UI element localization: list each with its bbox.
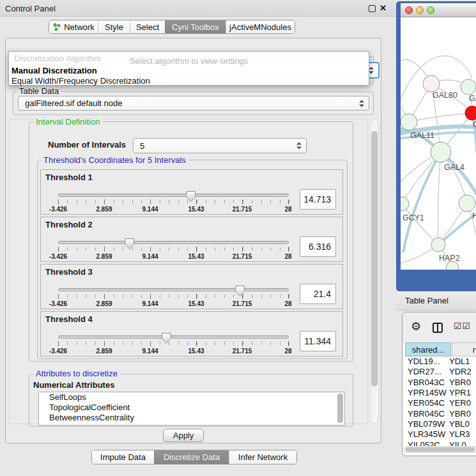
table-row[interactable]: YPR145WYPR1 (403, 388, 476, 398)
slider-tick-label: 15.43 (188, 348, 204, 355)
column-header-shared[interactable]: shared... (405, 342, 451, 357)
list-item[interactable]: BetweennessCentrality (39, 413, 344, 423)
network-node[interactable] (459, 195, 475, 211)
number-of-intervals-label: Number of Intervals (48, 140, 126, 150)
tab-select[interactable]: Select (130, 20, 165, 33)
slider-track[interactable] (58, 194, 289, 197)
network-node[interactable] (431, 142, 451, 162)
threshold-1-label: Threshold 1 (45, 173, 93, 182)
cell: YDL19... (408, 357, 440, 367)
interval-definition-title: Interval Definition (33, 118, 102, 127)
scrollbar-thumb[interactable] (406, 447, 475, 452)
option-manual-discretization[interactable]: Manual Discretization (12, 66, 97, 75)
threshold-3-panel: Threshold 3 -3.4262.8599.14415.4321.7152… (40, 264, 343, 309)
network-canvas[interactable]: GAL80 GA C GAL11 GAL4 GCY1 H HAP2 (401, 17, 476, 270)
network-node[interactable] (461, 79, 476, 95)
tab-cyni-toolbox[interactable]: Cyni Toolbox (165, 20, 226, 33)
table-panel-box: ⚙ ☑☑ shared... na YDL19...YDL1 YDR27...Y… (402, 312, 476, 456)
cell: YDL1 (449, 357, 470, 367)
slider-tick-label: 9.144 (142, 300, 158, 307)
cell: YLR3 (449, 429, 470, 440)
threshold-1-slider[interactable]: -3.4262.8599.14415.4321.71528 (58, 190, 289, 215)
table-panel-title: Table Panel (405, 291, 449, 311)
option-equal-width-frequency[interactable]: Equal Width/Frequency Discretization (12, 76, 150, 86)
thresholds-group-title: Threshold's Coordinates for 5 Intervals (41, 156, 188, 165)
slider-tick-label: -3.426 (49, 253, 67, 260)
combo-arrows-icon (296, 142, 302, 150)
table-panel-titlebar: Table Panel (396, 291, 476, 311)
gear-icon[interactable]: ⚙ (411, 319, 421, 334)
table-data-value: galFiltered.sif default node (25, 98, 122, 108)
algorithm-placeholder: Select algorithm to view settings (9, 56, 369, 66)
slider-tick-label: 21.715 (233, 206, 252, 213)
tab-impute-data[interactable]: Impute Data (92, 450, 154, 464)
table-row[interactable]: YBL079WYBL0 (403, 419, 476, 429)
slider-tick-label: 21.715 (233, 253, 252, 260)
threshold-3-label: Threshold 3 (45, 267, 93, 277)
tab-style[interactable]: Style (98, 20, 130, 33)
attributes-list[interactable]: SelfLoops TopologicalCoefficient Between… (38, 392, 345, 426)
table-data-combobox[interactable]: galFiltered.sif default node (18, 96, 369, 111)
network-window-titlebar (401, 3, 476, 17)
table-row[interactable]: YBR043CYBR0 (403, 378, 476, 388)
threshold-2-label: Threshold 2 (45, 220, 93, 229)
network-node-selected[interactable] (465, 106, 476, 120)
network-node[interactable] (431, 238, 445, 252)
threshold-1-value-field[interactable]: 14.713 (300, 189, 336, 210)
network-node-label: C (473, 120, 476, 129)
horizontal-scrollbar[interactable] (404, 446, 476, 453)
table-row[interactable]: YLR345WYLR3 (403, 429, 476, 440)
combo-arrows-icon (359, 99, 364, 107)
cell: YBR0 (449, 409, 471, 419)
slider-track[interactable] (58, 241, 289, 244)
scrollbar-thumb[interactable] (371, 131, 378, 387)
table-row[interactable]: YER054CYER0 (403, 398, 476, 408)
list-item[interactable]: SelfLoops (39, 392, 344, 403)
column-header-name[interactable]: na (452, 342, 476, 357)
slider-track[interactable] (58, 335, 289, 339)
tab-jactivemnodules[interactable]: jActiveMNodules (226, 20, 295, 33)
network-graph: GAL80 GA C GAL11 GAL4 GCY1 H HAP2 (401, 17, 476, 270)
threshold-4-value-field[interactable]: 11.344 (300, 331, 336, 351)
threshold-2-panel: Threshold 2 -3.4262.8599.14415.4321.7152… (40, 217, 343, 262)
threshold-2-value-field[interactable]: 6.316 (300, 236, 336, 257)
threshold-4-slider[interactable]: -3.4262.8599.14415.4321.71528 (58, 332, 289, 357)
cell: YPR145W (408, 388, 447, 398)
slider-major-ticks (58, 199, 289, 204)
network-node[interactable] (401, 197, 409, 211)
threshold-2-slider[interactable]: -3.4262.8599.14415.4321.71528 (58, 238, 289, 262)
slider-track[interactable] (58, 288, 289, 291)
tab-network[interactable]: Network (49, 20, 98, 33)
apply-button[interactable]: Apply (163, 429, 204, 442)
network-view-window[interactable]: GAL80 GA C GAL11 GAL4 GCY1 H HAP2 (396, 1, 476, 291)
number-of-intervals-combobox[interactable]: 5 (133, 138, 307, 153)
tab-infer-network[interactable]: Infer Network (229, 450, 296, 464)
columns-icon[interactable] (433, 323, 443, 333)
checkbox-icons[interactable]: ☑☑ (454, 321, 471, 331)
tab-discretize-data[interactable]: Discretize Data (154, 450, 229, 464)
zoom-traffic-light-icon[interactable] (427, 6, 434, 14)
table-data-label: Table Data (17, 87, 61, 96)
table-row[interactable]: YDR27...YDR2 (403, 367, 476, 377)
float-window-icon[interactable] (369, 5, 376, 12)
minimize-traffic-light-icon[interactable] (416, 6, 424, 14)
network-node[interactable] (423, 75, 440, 92)
threshold-3-value-field[interactable]: 21.4 (300, 284, 336, 304)
slider-tick-label: 9.144 (142, 253, 158, 260)
close-traffic-light-icon[interactable] (405, 6, 413, 14)
vertical-scrollbar[interactable] (370, 119, 379, 424)
network-node[interactable] (401, 114, 417, 130)
control-panel-titlebar: Control Panel ✕ (0, 0, 396, 17)
cell: YBL0 (449, 419, 470, 429)
table-row[interactable]: YDL19...YDL1 (403, 357, 476, 367)
network-icon (52, 22, 61, 31)
tab-jactivemnodules-label: jActiveMNodules (229, 22, 291, 32)
list-item[interactable]: TopologicalCoefficient (39, 403, 344, 413)
close-icon[interactable]: ✕ (380, 3, 387, 13)
screen: { "colors": { "accent_green": "#2eb82e",… (0, 0, 476, 476)
cell: YBR045C (408, 409, 445, 419)
table-row[interactable]: YBR045CYBR0 (403, 409, 476, 419)
list-scrollbar-thumb[interactable] (337, 394, 343, 423)
slider-tick-label: -3.426 (49, 206, 67, 213)
threshold-3-slider[interactable]: -3.4262.8599.14415.4321.71528 (58, 285, 289, 309)
